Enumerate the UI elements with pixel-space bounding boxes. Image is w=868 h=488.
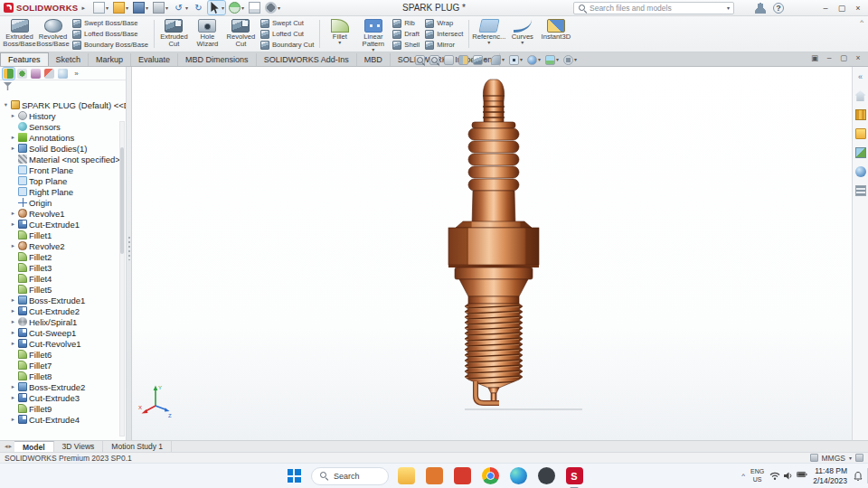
more-button[interactable]: » xyxy=(71,68,82,80)
tree-item-fillet1[interactable]: Fillet1 xyxy=(3,230,126,240)
taskbar-search[interactable]: Search xyxy=(311,467,389,485)
tree-item-revolve2[interactable]: ▸Revolve2 xyxy=(3,240,126,251)
chrome-button[interactable] xyxy=(479,465,501,487)
solidworks-button[interactable]: S xyxy=(563,465,585,487)
custom-properties-icon[interactable] xyxy=(810,454,818,462)
tree-scrollbar[interactable] xyxy=(119,121,125,436)
file-explorer-pane-button[interactable] xyxy=(854,127,867,140)
tree-item-fillet4[interactable]: Fillet4 xyxy=(3,273,126,284)
doc-restore-button[interactable]: ▢ xyxy=(836,53,851,62)
taskbar-clock[interactable]: 11:48 PM 2/14/2023 xyxy=(813,466,847,484)
referenc-button[interactable]: Referenc...▾ xyxy=(472,17,505,51)
design-library-button[interactable] xyxy=(854,108,867,121)
undo-button[interactable]: ↺▾ xyxy=(172,1,189,14)
tree-item-cut-extrude4[interactable]: ▸Cut-Extrude4 xyxy=(3,414,126,425)
lofted-boss-base-button[interactable]: Lofted Boss/Base xyxy=(72,29,148,39)
tab-features[interactable]: Features xyxy=(0,52,49,66)
tree-item-helix-spiral1[interactable]: ▸Helix/Spiral1 xyxy=(3,316,126,327)
doc-close-button[interactable]: × xyxy=(851,53,865,62)
view-settings-button[interactable]: ▾ xyxy=(562,54,578,66)
collapse-pane-button[interactable]: « xyxy=(854,70,867,83)
expand-arrow-icon[interactable]: ▸ xyxy=(10,318,16,325)
fillet-button[interactable]: Fillet▾ xyxy=(323,17,356,51)
swept-cut-button[interactable]: Swept Cut xyxy=(260,18,314,28)
tree-item-origin[interactable]: Origin xyxy=(3,197,126,208)
tab-motion-study-1[interactable]: Motion Study 1 xyxy=(103,441,172,452)
previous-view-button[interactable] xyxy=(443,54,455,66)
units-dropdown-icon[interactable]: ▾ xyxy=(849,455,852,461)
insulator-cone[interactable] xyxy=(472,191,515,226)
redo-button[interactable]: ↻ xyxy=(192,1,205,14)
expand-arrow-icon[interactable]: ▸ xyxy=(10,307,16,314)
zoom-fit-button[interactable] xyxy=(414,54,426,66)
tree-item-front-plane[interactable]: Front Plane xyxy=(3,164,126,175)
tree-item-fillet6[interactable]: Fillet6 xyxy=(3,349,126,360)
instant3d-button[interactable]: Instant3D xyxy=(539,17,572,51)
boundary-cut-button[interactable]: Boundary Cut xyxy=(260,40,314,50)
intersect-button[interactable]: Intersect xyxy=(425,29,463,39)
tree-item-sensors[interactable]: Sensors xyxy=(3,121,126,132)
display-style-button[interactable]: ▾ xyxy=(490,54,505,66)
boundary-boss-base-button[interactable]: Boundary Boss/Base xyxy=(72,40,148,50)
open-file-button[interactable]: ▾ xyxy=(112,1,129,14)
extruded-boss-base-button[interactable]: Extruded Boss/Base xyxy=(3,17,36,51)
expand-arrow-icon[interactable]: ▸ xyxy=(10,416,16,423)
tree-item-revolve1[interactable]: ▸Revolve1 xyxy=(3,208,126,219)
notifications-bell-icon[interactable] xyxy=(853,471,863,482)
menu-expand-icon[interactable]: ▸ xyxy=(81,5,85,12)
units-value[interactable]: MMGS xyxy=(822,454,845,463)
swept-boss-base-button[interactable]: Swept Boss/Base xyxy=(72,18,148,28)
hex-nut[interactable] xyxy=(448,228,539,265)
rib-button[interactable]: Rib xyxy=(392,18,420,28)
hidden-icons-chevron[interactable]: ^ xyxy=(741,472,745,480)
tree-item-fillet7[interactable]: Fillet7 xyxy=(3,360,126,371)
tree-item-cut-sweep1[interactable]: ▸Cut-Sweep1 xyxy=(3,327,126,338)
tree-item-annotations[interactable]: ▸Annotations xyxy=(3,132,126,143)
gasket-washer[interactable] xyxy=(455,267,533,279)
tree-item-cut-extrude3[interactable]: ▸Cut-Extrude3 xyxy=(3,392,126,403)
draft-button[interactable]: Draft xyxy=(392,29,420,39)
tree-item-fillet2[interactable]: Fillet2 xyxy=(3,251,126,262)
search-dropdown-icon[interactable]: ▾ xyxy=(727,5,730,11)
home-button[interactable] xyxy=(854,89,867,102)
view-orientation-button[interactable]: ▾ xyxy=(472,54,487,66)
expand-arrow-icon[interactable]: ▸ xyxy=(10,112,16,119)
revolved-boss-base-button[interactable]: Revolved Boss/Base xyxy=(36,17,70,51)
revolved-cut-button[interactable]: Revolved Cut xyxy=(224,17,258,51)
tree-item-top-plane[interactable]: Top Plane xyxy=(3,175,126,186)
section-view-button[interactable] xyxy=(458,54,469,66)
spark-plug-model[interactable] xyxy=(403,74,584,428)
tree-item-fillet8[interactable]: Fillet8 xyxy=(3,371,126,381)
global-search-box[interactable]: Search files and models ▾ xyxy=(573,2,734,14)
hide-show-button[interactable]: ▾ xyxy=(508,54,524,66)
tree-item-boss-extrude1[interactable]: ▸Boss-Extrude1 xyxy=(3,295,126,305)
app-red-button[interactable] xyxy=(451,465,473,487)
extruded-cut-button[interactable]: Extruded Cut xyxy=(157,17,191,51)
view-palette-button[interactable] xyxy=(854,146,867,159)
graphics-viewport[interactable]: Y X Z xyxy=(132,67,852,440)
dimxpert-mgr-button[interactable] xyxy=(43,68,55,80)
tree-item-fillet3[interactable]: Fillet3 xyxy=(3,262,126,273)
new-file-button[interactable]: ▾ xyxy=(92,1,109,14)
expand-arrow-icon[interactable]: ▾ xyxy=(3,101,9,108)
expand-arrow-icon[interactable]: ▸ xyxy=(10,383,16,390)
tab-prev-icon[interactable]: ◂ xyxy=(5,443,8,450)
mirror-button[interactable]: Mirror xyxy=(425,40,463,50)
tree-item-cut-extrude1[interactable]: ▸Cut-Extrude1 xyxy=(3,219,126,230)
language-indicator[interactable]: ENG US xyxy=(750,468,764,483)
expand-arrow-icon[interactable]: ▸ xyxy=(10,340,16,347)
expand-arrow-icon[interactable]: ▸ xyxy=(10,221,16,228)
insulator-ribs[interactable] xyxy=(468,128,519,191)
property-mgr-button[interactable] xyxy=(16,68,28,80)
rebuild-button[interactable]: ▾ xyxy=(228,1,245,14)
expand-arrow-icon[interactable]: ▸ xyxy=(10,134,16,141)
app-dark-button[interactable] xyxy=(535,465,557,487)
maximize-button[interactable]: ▢ xyxy=(834,4,850,13)
tree-item-history[interactable]: ▸History xyxy=(3,110,126,121)
hole-wizard-button[interactable]: Hole Wizard xyxy=(191,17,224,51)
feature-mgr-button[interactable] xyxy=(3,68,14,80)
file-explorer-button[interactable] xyxy=(395,465,417,487)
linear-pattern-button[interactable]: Linear Pattern▾ xyxy=(356,17,390,51)
save-file-button[interactable]: ▾ xyxy=(132,1,149,14)
zoom-area-button[interactable] xyxy=(429,54,440,66)
